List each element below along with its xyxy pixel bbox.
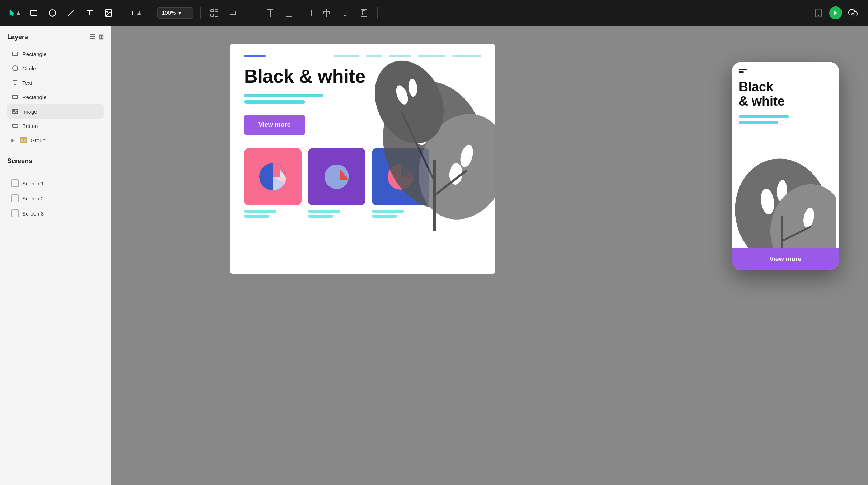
subtitle-bar-2: [244, 100, 305, 104]
align-distribute[interactable]: [208, 6, 221, 19]
svg-rect-40: [12, 124, 18, 127]
align-bottom[interactable]: [283, 6, 295, 19]
device-preview-button[interactable]: [812, 6, 825, 19]
text-tool[interactable]: [83, 6, 96, 19]
nav-link-5: [452, 55, 481, 57]
layer-label-image: Image: [22, 108, 37, 115]
screen-doc-icon-2: [11, 194, 19, 202]
nav-link-2: [366, 55, 382, 57]
button-layer-icon: [11, 122, 19, 129]
svg-rect-37: [13, 95, 18, 99]
upload-button[interactable]: [846, 6, 859, 19]
align-center-v[interactable]: [339, 6, 351, 19]
mobile-bars: [739, 115, 832, 124]
divider2: [150, 7, 150, 19]
layer-item-group[interactable]: ▶ Group: [7, 133, 104, 147]
screen-doc-icon-1: [11, 179, 19, 187]
svg-rect-11: [215, 10, 218, 12]
mobile-bar-2: [739, 121, 778, 124]
align-right[interactable]: [301, 6, 314, 19]
layers-title: Layers ☰ ⊞: [7, 33, 104, 41]
screen-item-1[interactable]: Screen 1: [7, 176, 104, 191]
nav-link-3: [389, 55, 411, 57]
svg-line-4: [68, 10, 74, 16]
menu-line-1: [739, 69, 747, 70]
add-tool[interactable]: [130, 6, 143, 19]
zoom-value: 100%: [162, 10, 176, 16]
screens-section: Screens Screen 1 Screen 2 Screen 3: [0, 157, 111, 221]
image-tool[interactable]: [102, 6, 115, 19]
toolbar-right: [812, 6, 859, 19]
line-tool[interactable]: [65, 6, 78, 19]
layer-label-button: Button: [22, 123, 38, 129]
play-button[interactable]: [829, 6, 842, 19]
align-center-h[interactable]: [227, 6, 239, 19]
zoom-dropdown-icon: ▾: [178, 10, 181, 16]
card-2-chart: [317, 157, 356, 197]
nav-link-4: [418, 55, 445, 57]
card-1[interactable]: [244, 148, 302, 205]
screen-item-3[interactable]: Screen 3: [7, 206, 104, 221]
svg-rect-10: [211, 10, 214, 12]
mobile-title: Black& white: [739, 80, 832, 108]
layer-item-button[interactable]: Button: [7, 119, 104, 133]
grid-view-icon[interactable]: ⊞: [98, 33, 104, 41]
card-wrapper-1: [244, 148, 302, 218]
align-top[interactable]: [264, 6, 277, 19]
layers-section: Layers ☰ ⊞ Rectangle Circle: [0, 33, 111, 147]
svg-point-36: [13, 66, 18, 71]
layer-label-rectangle1: Rectangle: [22, 51, 47, 57]
zoom-control[interactable]: 100% ▾: [157, 7, 193, 19]
layer-item-image[interactable]: Image: [7, 104, 104, 119]
nav-logo: [244, 55, 266, 57]
layer-item-rectangle2[interactable]: Rectangle: [7, 90, 104, 104]
svg-marker-1: [17, 11, 20, 15]
nav-links: [334, 55, 481, 57]
list-view-icon[interactable]: ☰: [90, 33, 95, 41]
mobile-content: Black& white: [732, 62, 839, 248]
image-layer-icon: [11, 108, 19, 115]
screen-label-1: Screen 1: [22, 180, 44, 186]
rectangle-tool[interactable]: [27, 6, 40, 19]
select-tool[interactable]: [9, 6, 22, 19]
svg-rect-42: [21, 139, 23, 142]
card-1-label-2: [244, 215, 269, 218]
screen-doc-icon-3: [11, 209, 19, 217]
svg-rect-43: [24, 139, 26, 142]
align-spread[interactable]: [320, 6, 333, 19]
view-more-button[interactable]: View more: [244, 115, 305, 135]
toolbar: 100% ▾: [0, 0, 868, 26]
divider1: [122, 7, 122, 19]
menu-line-2: [739, 71, 744, 73]
mobile-monstera-svg: [732, 155, 836, 248]
layer-item-rectangle1[interactable]: Rectangle: [7, 47, 104, 61]
svg-marker-0: [10, 10, 14, 15]
group-layer-icon: [20, 137, 27, 144]
svg-marker-33: [834, 11, 837, 15]
circle-tool[interactable]: [46, 6, 59, 19]
canvas[interactable]: Black & white View more: [111, 26, 868, 485]
mobile-view-more-button[interactable]: View more: [732, 248, 839, 270]
screens-title: Screens: [7, 157, 32, 168]
sidebar: Layers ☰ ⊞ Rectangle Circle: [0, 26, 111, 485]
layer-label-circle: Circle: [22, 65, 36, 71]
card-wrapper-2: [308, 148, 365, 218]
screen-label-2: Screen 2: [22, 195, 44, 202]
subtitle-bar-1: [244, 94, 323, 97]
card-2[interactable]: [308, 148, 365, 205]
design-frame: Black & white View more: [230, 44, 495, 274]
card-1-labels: [244, 210, 302, 218]
group-collapse-icon[interactable]: ▶: [11, 138, 15, 143]
layer-item-circle[interactable]: Circle: [7, 61, 104, 75]
svg-rect-12: [211, 14, 214, 16]
align-stretch[interactable]: [357, 6, 370, 19]
text-layer-icon: [11, 79, 19, 86]
align-left[interactable]: [245, 6, 258, 19]
layer-item-text[interactable]: Text: [7, 75, 104, 90]
nav-link-1: [334, 55, 359, 57]
screen-label-3: Screen 3: [22, 211, 44, 217]
card-1-chart: [253, 157, 293, 197]
layers-title-icons: ☰ ⊞: [90, 33, 104, 41]
screen-item-2[interactable]: Screen 2: [7, 191, 104, 206]
rectangle-icon: [11, 50, 19, 57]
